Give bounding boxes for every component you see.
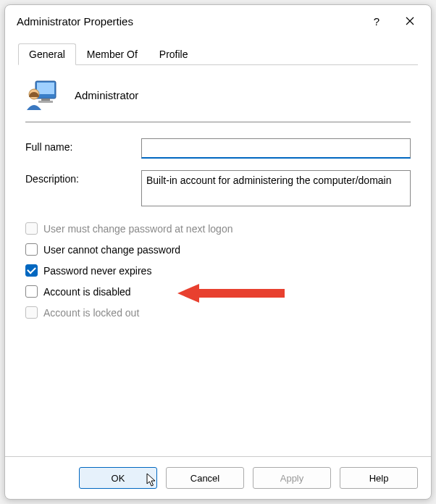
- svg-marker-5: [177, 284, 285, 303]
- titlebar: Administrator Properties ?: [5, 5, 431, 37]
- help-button[interactable]: Help: [340, 467, 418, 489]
- check-label: Account is locked out: [43, 307, 139, 319]
- checkbox-icon: [25, 306, 38, 319]
- check-must-change: User must change password at next logon: [25, 222, 411, 235]
- full-name-input[interactable]: [141, 138, 411, 159]
- check-label: User cannot change password: [43, 244, 180, 256]
- svg-rect-2: [41, 98, 50, 101]
- button-bar: OK Cancel Apply Help: [5, 456, 431, 499]
- separator: [25, 122, 411, 122]
- tabs: General Member Of Profile: [18, 43, 418, 65]
- full-name-row: Full name:: [25, 138, 411, 159]
- checkbox-icon[interactable]: [25, 243, 38, 256]
- help-icon[interactable]: ?: [360, 9, 393, 33]
- properties-dialog: Administrator Properties ? General Membe…: [4, 4, 432, 500]
- ok-button[interactable]: OK: [79, 467, 157, 489]
- account-name: Administrator: [75, 89, 138, 101]
- cancel-button[interactable]: Cancel: [166, 467, 244, 489]
- close-icon[interactable]: [393, 9, 427, 33]
- check-locked-out: Account is locked out: [25, 306, 411, 319]
- svg-rect-3: [38, 101, 53, 103]
- checkbox-icon[interactable]: [25, 264, 38, 277]
- account-header: Administrator: [25, 75, 411, 122]
- tab-member-of[interactable]: Member Of: [76, 43, 148, 65]
- check-label: Account is disabled: [43, 286, 131, 298]
- check-cannot-change[interactable]: User cannot change password: [25, 243, 411, 256]
- window-title: Administrator Properties: [17, 15, 360, 28]
- checkbox-group: User must change password at next logon …: [25, 222, 411, 319]
- tab-body: Administrator Full name: Description: Bu…: [18, 65, 418, 456]
- checkbox-icon[interactable]: [25, 285, 38, 298]
- apply-button[interactable]: Apply: [253, 467, 331, 489]
- svg-rect-1: [37, 83, 54, 94]
- check-label: Password never expires: [43, 265, 151, 277]
- tab-general[interactable]: General: [18, 43, 76, 65]
- user-icon: [25, 78, 59, 112]
- description-row: Description: Built-in account for admini…: [25, 170, 411, 206]
- description-label: Description:: [25, 170, 141, 185]
- annotation-arrow-icon: [177, 282, 286, 306]
- content-area: General Member Of Profile Admin: [5, 37, 431, 456]
- tab-profile[interactable]: Profile: [148, 43, 199, 65]
- full-name-label: Full name:: [25, 138, 141, 153]
- check-never-expires[interactable]: Password never expires: [25, 264, 411, 277]
- description-input[interactable]: Built-in account for administering the c…: [141, 170, 411, 206]
- checkbox-icon: [25, 222, 38, 235]
- check-label: User must change password at next logon: [43, 223, 232, 235]
- check-disabled[interactable]: Account is disabled: [25, 285, 411, 298]
